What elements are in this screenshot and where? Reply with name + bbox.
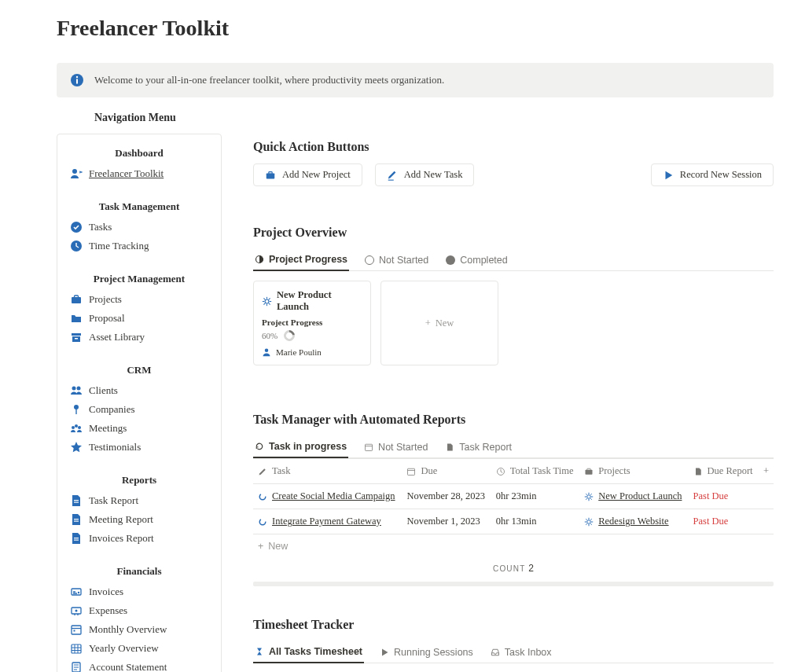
sidebar-item-projects[interactable]: Projects (68, 290, 210, 309)
sidebar-item-label: Account Statement (89, 661, 167, 672)
hourglass-icon (255, 647, 264, 656)
refresh-icon (255, 442, 264, 451)
tab-completed[interactable]: Completed (444, 249, 509, 270)
tab-label: Project Progress (269, 254, 347, 265)
spinner-icon (258, 516, 267, 527)
svg-rect-20 (587, 468, 591, 470)
task-project: New Product Launch (598, 490, 682, 502)
folder-icon (70, 312, 83, 325)
sidebar-item-task-report[interactable]: Task Report (68, 491, 210, 510)
tab-label: All Tasks Timesheet (269, 646, 362, 657)
sidebar-item-proposal[interactable]: Proposal (68, 309, 210, 328)
task-due: November 28, 2023 (402, 484, 491, 509)
briefcase-icon (584, 467, 594, 476)
svg-line-37 (586, 519, 587, 520)
play-icon (663, 170, 674, 181)
invoice-icon (70, 586, 83, 598)
sidebar-item-testimonials[interactable]: Testimonials (68, 438, 210, 457)
info-icon (71, 74, 83, 86)
task-report: Past Due (689, 509, 759, 534)
grid-icon (70, 642, 83, 655)
clock-icon (70, 240, 83, 252)
svg-line-39 (586, 523, 587, 525)
tab-task-report[interactable]: Task Report (443, 436, 513, 457)
svg-point-31 (259, 519, 266, 525)
sidebar-item-label: Testimonials (89, 441, 141, 454)
task-time: 0hr 13min (491, 509, 579, 534)
sidebar-item-freelancer-toolkit[interactable]: Freelancer Toolkit (68, 164, 210, 183)
add-column-button[interactable]: + (759, 459, 774, 484)
archive-icon (70, 331, 83, 343)
add-new-task-button[interactable]: Add New Task (375, 163, 475, 186)
welcome-callout: Welcome to your all-in-one freelancer to… (57, 63, 774, 97)
sidebar-item-label: Time Tracking (89, 240, 149, 252)
play-icon (380, 648, 389, 657)
user-icon (70, 167, 83, 180)
report-icon (70, 494, 83, 507)
sidebar-item-label: Freelancer Toolkit (89, 167, 164, 180)
svg-point-2 (76, 76, 78, 78)
sidebar-item-asset-library[interactable]: Asset Library (68, 328, 210, 347)
sidebar-item-meetings[interactable]: Meetings (68, 419, 210, 438)
pencil-icon (387, 170, 398, 181)
sidebar-item-yearly-overview[interactable]: Yearly Overview (68, 639, 210, 658)
sidebar-item-invoices-report[interactable]: Invoices Report (68, 529, 210, 548)
tab-label: Completed (460, 255, 507, 266)
sidebar-item-expenses[interactable]: Expenses (68, 601, 210, 620)
half-circle-icon (255, 255, 264, 264)
project-card-title: New Product Launch (277, 289, 362, 313)
sidebar-item-label: Meeting Report (89, 513, 153, 526)
new-task-label: New (268, 541, 288, 552)
divider (253, 582, 774, 586)
report-icon (70, 513, 83, 526)
task-count-row: COUNT 2 (253, 558, 774, 578)
sidebar-group-head: CRM (68, 364, 210, 376)
add-new-project-button[interactable]: Add New Project (253, 163, 362, 186)
sidebar-item-label: Asset Library (89, 331, 145, 343)
tab-task-inbox[interactable]: Task Inbox (489, 641, 553, 663)
task-manager-heading: Task Manager with Automated Reports (253, 413, 774, 427)
svg-line-29 (586, 498, 587, 500)
briefcase-icon (265, 170, 276, 181)
sidebar-item-invoices[interactable]: Invoices (68, 582, 210, 601)
sidebar-item-clients[interactable]: Clients (68, 381, 210, 400)
svg-line-12 (269, 298, 270, 299)
expense-icon (70, 604, 83, 617)
sidebar-item-companies[interactable]: Companies (68, 400, 210, 419)
tab-task-in-progress[interactable]: Task in progress (253, 436, 348, 458)
tab-label: Task Report (459, 442, 512, 453)
check-circle-icon (70, 221, 83, 233)
new-task-row[interactable]: + New (253, 534, 774, 558)
tab-not-started[interactable]: Not Started (362, 436, 429, 457)
record-new-session-button[interactable]: Record New Session (651, 163, 774, 186)
sidebar-item-tasks[interactable]: Tasks (68, 218, 210, 237)
sidebar-item-label: Monthly Overview (89, 623, 167, 636)
sidebar-item-meeting-report[interactable]: Meeting Report (68, 510, 210, 529)
sidebar-item-account-statement[interactable]: Account Statement (68, 658, 210, 672)
pencil-icon (258, 467, 267, 476)
col-due: Due (421, 465, 437, 477)
gear-icon (584, 490, 594, 501)
project-card[interactable]: New Product Launch Project Progress 60% … (253, 281, 371, 365)
tab-label: Not Started (378, 442, 428, 453)
sidebar-item-label: Expenses (89, 604, 127, 617)
svg-rect-14 (366, 444, 373, 450)
qa-label: Record New Session (680, 169, 762, 181)
task-due: November 1, 2023 (402, 509, 491, 534)
task-row[interactable]: Integrate Payment GatewayNovember 1, 202… (253, 509, 774, 534)
tab-all-tasks-timesheet[interactable]: All Tasks Timesheet (253, 641, 364, 663)
tab-project-progress[interactable]: Project Progress (253, 249, 349, 271)
tab-not-started[interactable]: Not Started (363, 249, 430, 270)
sidebar-item-monthly-overview[interactable]: Monthly Overview (68, 620, 210, 639)
task-row[interactable]: Create Social Media CampaignNovember 28,… (253, 484, 774, 509)
timesheet-heading: Timesheet Tracker (253, 618, 774, 632)
sidebar-item-time-tracking[interactable]: Time Tracking (68, 237, 210, 255)
tab-running-sessions[interactable]: Running Sessions (378, 641, 475, 663)
sidebar-group-head: Reports (68, 474, 210, 487)
task-table: Task Due Total Task Time Projects Due Re… (253, 458, 774, 534)
project-overview-heading: Project Overview (253, 226, 774, 240)
svg-point-4 (265, 299, 269, 303)
task-name: Create Social Media Campaign (272, 490, 395, 502)
task-name: Integrate Payment Gateway (272, 516, 381, 527)
new-project-card[interactable]: + New (380, 281, 498, 365)
